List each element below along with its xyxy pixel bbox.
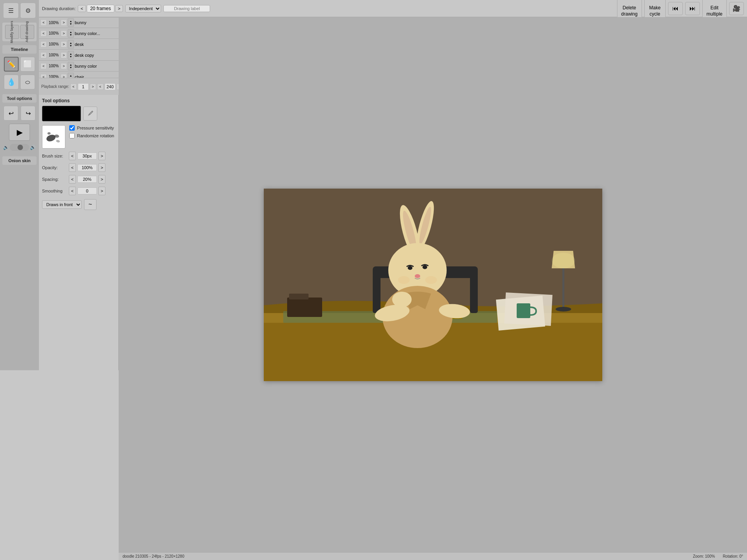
mode-select[interactable]: Independent [125, 5, 161, 12]
play-button[interactable]: ▶ [9, 124, 30, 141]
sidebar-top-buttons: ☰ ⚙ [4, 3, 35, 18]
fill-tool-button[interactable]: 💧 [4, 75, 19, 89]
layer-opacity-increase-bunny-color2[interactable]: > [61, 63, 67, 69]
playback-start-decrease[interactable]: < [70, 84, 77, 90]
opacity-value: 100% [77, 164, 97, 171]
smoothing-label: Smoothing [42, 189, 67, 193]
pressure-sensitivity-row: Pressure sensitivity [69, 125, 114, 131]
layer-opacity-increase-desk[interactable]: > [61, 41, 67, 47]
svg-rect-14 [287, 298, 322, 317]
spacing-row: Spacing: < 20% > [42, 175, 115, 184]
drawing-duration-increase[interactable]: > [115, 5, 123, 12]
volume-icon: 🔈 [3, 145, 9, 150]
svg-rect-8 [264, 323, 494, 371]
layer-opacity-decrease-bunny-color2[interactable]: < [40, 63, 47, 69]
modify-layers-label: Modify layers [10, 20, 14, 44]
tool-options-section: Tool options [2, 94, 37, 103]
layer-arrows-desk[interactable]: ▲▼ [68, 40, 74, 49]
sidebar-modify-layers[interactable]: Modify layers Add drawing [2, 23, 37, 41]
canvas-area: BEVERLY BUNNY, P.I. [119, 17, 494, 370]
drawing-duration-decrease[interactable]: < [78, 5, 86, 12]
svg-rect-21 [373, 274, 381, 313]
svg-point-31 [415, 274, 420, 278]
tool-options-title: Tool options [42, 98, 115, 103]
layer-opacity-increase-bunny-color[interactable]: > [61, 30, 67, 37]
top-toolbar: Drawing duration: < 20 frames > Independ… [39, 0, 494, 17]
playback-start-value: 1 [78, 83, 89, 90]
spacing-value: 20% [77, 176, 97, 183]
drawing-duration-control: < 20 frames > [78, 5, 123, 12]
svg-point-29 [408, 266, 412, 270]
drawing-label-input[interactable] [163, 5, 210, 12]
draws-in-front-select[interactable]: Draws in front [42, 200, 82, 209]
playback-end-value: 240 [105, 83, 116, 90]
layer-arrows-bunny[interactable]: ▲▼ [68, 18, 74, 27]
layer-opacity-bunny-color: 100% [47, 31, 60, 35]
layer-arrows-bunny-color2[interactable]: ▲▼ [68, 62, 74, 70]
add-drawing-btn[interactable]: Add drawing [20, 25, 34, 39]
smoothing-decrease[interactable]: < [69, 187, 76, 195]
spacing-decrease[interactable]: < [69, 175, 76, 184]
svg-point-32 [398, 276, 410, 284]
smoothing-value: 0 [77, 187, 97, 194]
drawing-duration-value: 20 frames [87, 5, 114, 12]
layer-opacity-increase-bunny[interactable]: > [61, 19, 67, 26]
svg-point-37 [392, 292, 412, 307]
opacity-label: Opacity: [42, 165, 67, 170]
volume-icon-right: 🔊 [30, 145, 36, 150]
hamburger-menu-button[interactable]: ☰ [4, 3, 18, 18]
layer-opacity-increase-desk-copy[interactable]: > [61, 52, 67, 58]
canvas-frame: BEVERLY BUNNY, P.I. [264, 189, 494, 371]
tool-group-select: 💧 ⬭ [2, 75, 37, 89]
volume-slider[interactable] [10, 144, 29, 151]
smoothing-increase[interactable]: > [98, 187, 105, 195]
opacity-increase[interactable]: > [98, 163, 105, 172]
canvas-background: BEVERLY BUNNY, P.I. [264, 189, 494, 371]
brush-size-increase[interactable]: > [98, 152, 105, 160]
playback-range-label: Playback range: [41, 84, 69, 89]
layer-opacity-decrease-bunny[interactable]: < [40, 19, 47, 26]
layer-arrows-bunny-color[interactable]: ▲▼ [68, 29, 74, 38]
randomize-rotation-label: Randomize rotation [77, 133, 114, 138]
brush-size-decrease[interactable]: < [69, 152, 76, 160]
eraser-tool-button[interactable]: ⬜ [20, 57, 35, 72]
spacing-increase[interactable]: > [98, 175, 105, 184]
layer-arrows-desk-copy[interactable]: ▲▼ [68, 51, 74, 60]
brush-size-value: 30px [77, 152, 97, 159]
svg-point-30 [423, 265, 427, 269]
layer-opacity-desk-copy: 100% [47, 53, 60, 57]
layer-opacity-desk: 100% [47, 42, 60, 46]
layer-opacity-decrease-desk[interactable]: < [40, 41, 47, 47]
playback-end-decrease[interactable]: < [97, 84, 103, 90]
add-drawing-label: Add drawing [25, 20, 29, 44]
randomize-rotation-row: Randomize rotation [69, 133, 114, 138]
svg-point-33 [425, 276, 437, 284]
color-row [42, 106, 115, 121]
draws-in-front-row: Draws in front ~ [42, 199, 115, 210]
tool-options-panel: Tool options Pressure sensitivit [39, 95, 119, 370]
brush-size-row: Brush size: < 30px > [42, 152, 115, 160]
redo-button[interactable]: ↪ [21, 106, 35, 121]
opacity-decrease[interactable]: < [69, 163, 76, 172]
eyedropper-button[interactable] [83, 107, 97, 121]
undo-button[interactable]: ↩ [4, 106, 18, 121]
playback-start-increase[interactable]: > [90, 84, 96, 90]
tilde-button[interactable]: ~ [84, 199, 96, 210]
brush-tool-button[interactable]: ✏️ [4, 57, 19, 72]
onion-skin-section: Onion skin [2, 156, 37, 165]
lasso-tool-button[interactable]: ⬭ [20, 75, 35, 89]
eyedropper-icon [87, 110, 94, 117]
layer-opacity-bunny: 100% [47, 21, 60, 25]
layer-opacity-decrease-desk-copy[interactable]: < [40, 52, 47, 58]
pressure-sensitivity-checkbox[interactable] [69, 125, 75, 131]
color-swatch[interactable] [42, 106, 81, 121]
randomize-rotation-checkbox[interactable] [69, 133, 75, 138]
layer-opacity-decrease-bunny-color[interactable]: < [40, 30, 47, 37]
drawing-duration-label: Drawing duration: [42, 6, 75, 11]
svg-rect-22 [470, 274, 478, 313]
settings-button[interactable]: ⚙ [21, 3, 35, 18]
modify-layers-btn[interactable]: Modify layers [5, 25, 19, 39]
onion-skin-label: Onion skin [9, 158, 31, 163]
left-sidebar: ☰ ⚙ Modify layers Add drawing Timeline ✏… [0, 0, 39, 370]
timeline-label: Timeline [11, 47, 28, 52]
